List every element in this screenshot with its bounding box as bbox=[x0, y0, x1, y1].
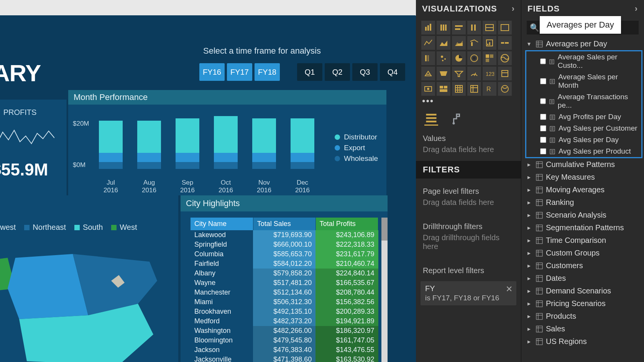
table-ranking[interactable]: ▸Ranking bbox=[524, 196, 644, 209]
viz-type-24[interactable] bbox=[421, 82, 435, 96]
viz-type-26[interactable] bbox=[452, 82, 466, 96]
table-segmentation-patterns[interactable]: ▸Segmentation Patterns bbox=[524, 221, 644, 234]
field-checkbox[interactable] bbox=[540, 98, 546, 104]
viz-type-23[interactable] bbox=[498, 67, 512, 80]
city-highlights-card[interactable]: City Highlights City Name Total Sales To… bbox=[181, 195, 388, 362]
field-avg-sales-per-day[interactable]: Avg Sales per Day bbox=[526, 134, 641, 146]
table-row[interactable]: Springfield$666,000.10$222,318.33 bbox=[191, 240, 378, 249]
fy18-button[interactable]: FY18 bbox=[255, 63, 280, 81]
viz-type-10[interactable] bbox=[483, 36, 496, 50]
viz-type-17[interactable] bbox=[498, 51, 512, 65]
fy16-button[interactable]: FY16 bbox=[199, 63, 225, 81]
viz-type-18[interactable] bbox=[421, 67, 435, 80]
values-dropwell[interactable]: Drag data fields here bbox=[416, 145, 521, 161]
map-card[interactable]: Midwest Northeast South West bbox=[0, 195, 178, 362]
field-checkbox[interactable] bbox=[540, 78, 546, 84]
bar-Aug2016[interactable] bbox=[137, 121, 161, 169]
table-row[interactable]: Washington$482,266.00$186,320.97 bbox=[191, 326, 378, 336]
field-checkbox[interactable] bbox=[540, 58, 546, 64]
field-checkbox[interactable] bbox=[540, 137, 546, 143]
viz-type-0[interactable] bbox=[421, 21, 435, 34]
month-performance-card[interactable]: Month Performance $20M $0M Jul 2016Aug 2… bbox=[68, 90, 386, 195]
table-row[interactable]: Fairfield$584,012.20$210,460.74 bbox=[191, 259, 378, 269]
q4-button[interactable]: Q4 bbox=[380, 63, 405, 81]
field-average-sales-per-month[interactable]: Average Sales per Month bbox=[526, 71, 641, 91]
bar-Nov2016[interactable] bbox=[252, 118, 276, 169]
col-city-name[interactable]: City Name bbox=[191, 218, 253, 230]
table-row[interactable]: Jacksonville$471,398.60$163,530.92 bbox=[191, 355, 378, 362]
viz-type-21[interactable] bbox=[467, 67, 481, 80]
table-row[interactable]: Wayne$517,481.20$166,535.67 bbox=[191, 278, 378, 288]
field-checkbox[interactable] bbox=[540, 125, 546, 131]
q1-button[interactable]: Q1 bbox=[297, 63, 322, 81]
bar-Oct2016[interactable] bbox=[214, 116, 238, 169]
field-checkbox[interactable] bbox=[540, 114, 546, 120]
table-row[interactable]: Miami$506,312.30$156,382.56 bbox=[191, 297, 378, 307]
viz-type-16[interactable] bbox=[483, 51, 496, 65]
viz-type-15[interactable] bbox=[467, 51, 481, 65]
viz-type-29[interactable] bbox=[498, 82, 512, 96]
viz-type-27[interactable] bbox=[467, 82, 481, 96]
collapse-fields-icon[interactable]: › bbox=[635, 4, 638, 14]
remove-filter-icon[interactable]: ✕ bbox=[506, 284, 513, 294]
table-row[interactable]: Medford$482,373.20$194,921.89 bbox=[191, 316, 378, 326]
field-average-sales-per-custo---[interactable]: Average Sales per Custo... bbox=[526, 51, 641, 71]
viz-type-20[interactable] bbox=[452, 67, 466, 80]
format-tab-icon[interactable] bbox=[450, 112, 463, 126]
profits-kpi-card[interactable]: PROFITS $55.9M bbox=[0, 100, 67, 195]
field-avg-sales-per-customer[interactable]: Avg Sales per Customer bbox=[526, 123, 641, 134]
table-us-regions[interactable]: ▸US Regions bbox=[524, 335, 644, 348]
bar-Sep2016[interactable] bbox=[176, 118, 199, 169]
viz-type-19[interactable] bbox=[437, 67, 450, 80]
viz-type-1[interactable] bbox=[437, 21, 450, 34]
viz-type-2[interactable] bbox=[452, 21, 466, 34]
table-pricing-scenarios[interactable]: ▸Pricing Scenarios bbox=[524, 297, 644, 310]
viz-type-8[interactable] bbox=[452, 36, 466, 50]
table-row[interactable]: Jackson$476,383.40$143,476.55 bbox=[191, 345, 378, 355]
report-filter-fy[interactable]: FY is FY17, FY18 or FY16 ✕ bbox=[421, 281, 516, 305]
table-products[interactable]: ▸Products bbox=[524, 310, 644, 323]
table-dates[interactable]: ▸Dates bbox=[524, 272, 644, 285]
viz-type-7[interactable] bbox=[437, 36, 450, 50]
table-scenario-analysis[interactable]: ▸Scenario Analysis bbox=[524, 209, 644, 221]
viz-more-icon[interactable]: ••• bbox=[416, 96, 521, 106]
table-row[interactable]: Albany$579,858.20$224,840.14 bbox=[191, 269, 378, 278]
field-average-transactions-pe---[interactable]: Average Transactions pe... bbox=[526, 91, 641, 111]
bar-Jul2016[interactable] bbox=[99, 121, 123, 169]
viz-type-14[interactable] bbox=[452, 51, 466, 65]
drillthrough-dropwell[interactable]: Drag drillthrough fields here bbox=[416, 233, 521, 258]
viz-type-25[interactable] bbox=[437, 82, 450, 96]
field-checkbox[interactable] bbox=[540, 148, 546, 154]
field-avg-profits-per-day[interactable]: Avg Profits per Day bbox=[526, 111, 641, 123]
collapse-viz-icon[interactable]: › bbox=[512, 4, 515, 14]
table-averages-per-day[interactable]: ▾ Averages per Day bbox=[524, 38, 644, 50]
viz-type-13[interactable] bbox=[437, 51, 450, 65]
table-demand-scenarios[interactable]: ▸Demand Scenarios bbox=[524, 285, 644, 297]
bar-Dec2016[interactable] bbox=[291, 118, 314, 169]
table-row[interactable]: Manchester$512,134.60$208,780.44 bbox=[191, 288, 378, 297]
field-avg-sales-per-product[interactable]: Avg Sales per Product bbox=[526, 146, 641, 157]
col-total-profits[interactable]: Total Profits bbox=[315, 218, 378, 230]
table-cumulative-patterns[interactable]: ▸Cumulative Patterns bbox=[524, 158, 644, 171]
viz-type-12[interactable] bbox=[421, 51, 435, 65]
viz-type-22[interactable]: 123 bbox=[483, 67, 496, 80]
fy17-button[interactable]: FY17 bbox=[227, 63, 252, 81]
viz-type-6[interactable] bbox=[421, 36, 435, 50]
viz-type-28[interactable]: R bbox=[483, 82, 496, 96]
col-total-sales[interactable]: Total Sales bbox=[253, 218, 315, 230]
table-scrollbar[interactable] bbox=[381, 218, 388, 362]
table-time-comparison[interactable]: ▸Time Comparison bbox=[524, 234, 644, 247]
viz-type-4[interactable] bbox=[483, 21, 496, 34]
page-filters-dropwell[interactable]: Drag data fields here bbox=[416, 198, 521, 214]
table-row[interactable]: Bloomington$479,545.80$161,747.05 bbox=[191, 336, 378, 345]
table-sales[interactable]: ▸Sales bbox=[524, 323, 644, 335]
table-row[interactable]: Brookhaven$492,135.10$200,289.33 bbox=[191, 307, 378, 316]
table-customers[interactable]: ▸Customers bbox=[524, 259, 644, 272]
table-moving-averages[interactable]: ▸Moving Averages bbox=[524, 183, 644, 196]
viz-type-3[interactable] bbox=[467, 21, 481, 34]
viz-type-5[interactable] bbox=[498, 21, 512, 34]
viz-type-9[interactable] bbox=[467, 36, 481, 50]
table-row[interactable]: Lakewood$719,693.90$243,106.89 bbox=[191, 230, 378, 240]
table-key-measures[interactable]: ▸Key Measures bbox=[524, 171, 644, 183]
table-row[interactable]: Columbia$585,653.70$231,617.79 bbox=[191, 249, 378, 259]
